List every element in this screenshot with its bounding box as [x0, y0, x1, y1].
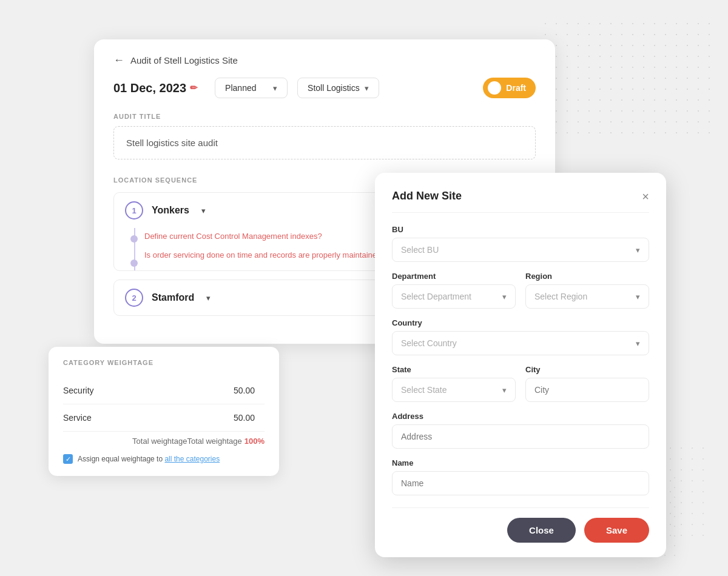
- audit-date: 01 Dec, 2023 ✏: [113, 81, 198, 95]
- location-chevron-yonkers[interactable]: ▾: [201, 206, 206, 215]
- name-label: Name: [392, 458, 649, 467]
- location-number-1: 1: [125, 201, 143, 219]
- audit-date-value: 01 Dec, 2023: [113, 81, 186, 95]
- total-label: Total weightage: [132, 437, 187, 446]
- checkbox-link[interactable]: all the categories: [164, 455, 220, 463]
- planned-dropdown[interactable]: Planned ▾: [215, 78, 288, 98]
- category-name-security: Security: [63, 386, 94, 395]
- country-placeholder: Select Country: [401, 338, 457, 348]
- city-group: City: [525, 365, 649, 402]
- country-group: Country Select Country ▾: [392, 318, 649, 355]
- audit-card-title: Audit of Stell Logistics Site: [130, 55, 238, 65]
- modal-close-button[interactable]: ×: [642, 190, 649, 203]
- address-input[interactable]: [392, 424, 649, 449]
- company-chevron-icon: ▾: [365, 84, 369, 93]
- region-placeholder: Select Region: [534, 292, 587, 301]
- country-label: Country: [392, 318, 649, 327]
- total-row: Total weightage Total weightage 100%: [63, 437, 265, 446]
- modal-footer: Close Save: [392, 507, 649, 543]
- city-label: City: [525, 365, 649, 374]
- company-label: Stoll Logistics: [308, 83, 360, 93]
- total-label-text: Total weightage: [187, 437, 241, 446]
- category-card-title: CATEGORY WEIGHTAGE: [63, 359, 265, 366]
- company-dropdown[interactable]: Stoll Logistics ▾: [297, 78, 379, 98]
- save-button[interactable]: Save: [584, 518, 649, 543]
- close-button[interactable]: Close: [507, 518, 576, 543]
- dot-grid-top-right: [540, 18, 710, 139]
- department-chevron-icon: ▾: [502, 292, 507, 301]
- audit-title-input[interactable]: Stell logistics site audit: [113, 126, 536, 159]
- timeline-dot-1b: [130, 260, 138, 267]
- department-region-row: Department Select Department ▾ Region Se…: [392, 272, 649, 309]
- address-label: Address: [392, 412, 649, 421]
- region-chevron-icon: ▾: [636, 292, 640, 301]
- state-city-row: State Select State ▾ City: [392, 365, 649, 402]
- draft-label: Draft: [506, 83, 526, 93]
- back-arrow-icon[interactable]: ←: [113, 54, 124, 67]
- equal-weightage-checkbox[interactable]: [63, 454, 73, 464]
- location-chevron-stamford[interactable]: ▾: [206, 293, 211, 303]
- checkbox-label: Assign equal weightage to all the catego…: [78, 455, 220, 463]
- bu-select[interactable]: Select BU ▾: [392, 238, 649, 262]
- add-new-site-modal: Add New Site × BU Select BU ▾ Department…: [375, 173, 666, 557]
- region-group: Region Select Region ▾: [525, 272, 649, 309]
- audit-title-section-label: AUDIT TITLE: [113, 113, 536, 120]
- draft-toggle[interactable]: Draft: [483, 78, 536, 98]
- department-group: Department Select Department ▾: [392, 272, 516, 309]
- state-select[interactable]: Select State ▾: [392, 378, 516, 402]
- state-group: State Select State ▾: [392, 365, 516, 402]
- checkbox-row[interactable]: Assign equal weightage to all the catego…: [63, 454, 265, 464]
- category-row-service: Service 50.00: [63, 404, 265, 432]
- name-input[interactable]: [392, 471, 649, 495]
- bu-placeholder: Select BU: [401, 245, 439, 255]
- planned-label: Planned: [225, 83, 256, 93]
- address-group: Address: [392, 412, 649, 449]
- modal-title: Add New Site: [392, 190, 462, 203]
- country-chevron-icon: ▾: [636, 339, 640, 348]
- region-label: Region: [525, 272, 649, 281]
- timeline-dot-1a: [130, 235, 138, 243]
- city-input[interactable]: [525, 378, 649, 402]
- department-select[interactable]: Select Department ▾: [392, 284, 516, 309]
- bu-chevron-icon: ▾: [636, 246, 640, 255]
- location-name-yonkers: Yonkers: [152, 205, 189, 216]
- department-placeholder: Select Department: [401, 292, 471, 301]
- audit-card-header: ← Audit of Stell Logistics Site: [113, 54, 536, 67]
- category-name-service: Service: [63, 413, 92, 423]
- state-label: State: [392, 365, 516, 374]
- location-number-2: 2: [125, 289, 143, 307]
- bu-label: BU: [392, 225, 649, 234]
- category-value-security: 50.00: [234, 386, 255, 395]
- audit-meta-row: 01 Dec, 2023 ✏ Planned ▾ Stoll Logistics…: [113, 78, 536, 98]
- total-percentage: 100%: [244, 437, 265, 446]
- modal-header: Add New Site ×: [392, 190, 649, 213]
- category-value-service: 50.00: [234, 413, 255, 423]
- category-card: CATEGORY WEIGHTAGE Security 50.00 Servic…: [49, 347, 279, 476]
- pencil-icon[interactable]: ✏: [190, 82, 198, 93]
- name-group: Name: [392, 458, 649, 495]
- location-name-stamford: Stamford: [152, 292, 194, 303]
- planned-chevron-icon: ▾: [273, 84, 277, 93]
- state-chevron-icon: ▾: [502, 386, 507, 395]
- region-select[interactable]: Select Region ▾: [525, 284, 649, 309]
- toggle-circle: [488, 81, 501, 95]
- department-label: Department: [392, 272, 516, 281]
- state-placeholder: Select State: [401, 385, 447, 395]
- category-row-security: Security 50.00: [63, 377, 265, 404]
- bu-group: BU Select BU ▾: [392, 225, 649, 262]
- country-select[interactable]: Select Country ▾: [392, 331, 649, 355]
